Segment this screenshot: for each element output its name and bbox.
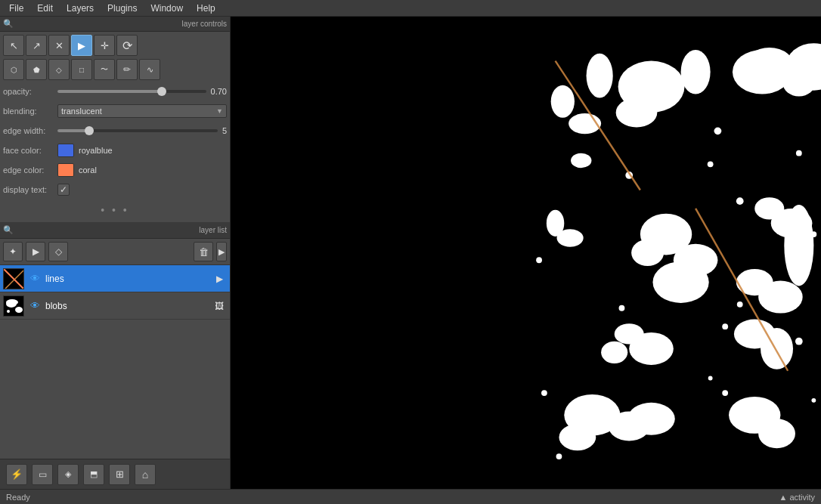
image-layer-btn[interactable]: ◇ xyxy=(48,242,68,261)
freehand-btn[interactable]: 〜 xyxy=(94,59,115,80)
node-select-btn[interactable]: ⬡ xyxy=(3,59,24,80)
layer-visibility-lines[interactable]: 👁 xyxy=(27,271,42,286)
opacity-row: opacity: 0.70 xyxy=(3,83,227,100)
layer-type-icon-lines: ▶ xyxy=(212,271,227,286)
rect-btn[interactable]: □ xyxy=(71,59,92,80)
edge-width-slider-thumb[interactable] xyxy=(85,126,94,135)
home-btn[interactable]: ⌂ xyxy=(135,464,156,485)
menu-layers[interactable]: Layers xyxy=(60,2,100,15)
pointer-tool-btn[interactable]: ▶ xyxy=(71,35,92,56)
menu-edit[interactable]: Edit xyxy=(31,2,59,15)
layer-list-search-icon: 🔍 xyxy=(3,225,14,235)
layer-controls-panel: ↖ ↗ ✕ ▶ ✛ ⟳ ⬡ ⬟ ◇ □ 〜 ✏ ∿ opacity: xyxy=(0,32,230,222)
edge-color-swatch[interactable] xyxy=(57,163,74,177)
svg-point-3 xyxy=(6,300,17,308)
menu-plugins[interactable]: Plugins xyxy=(101,2,143,15)
svg-point-17 xyxy=(599,57,607,65)
svg-point-56 xyxy=(708,376,713,381)
face-color-row: face color: royalblue xyxy=(3,142,227,159)
svg-point-8 xyxy=(587,54,613,98)
display-text-checkbox[interactable]: ✓ xyxy=(57,184,70,196)
layer-name-lines: lines xyxy=(45,274,209,284)
svg-point-49 xyxy=(722,390,728,396)
polygon-btn[interactable]: ◇ xyxy=(48,59,70,80)
canvas-area[interactable] xyxy=(231,17,821,489)
svg-point-34 xyxy=(737,301,743,308)
cube-btn[interactable]: ◈ xyxy=(57,464,79,485)
svg-point-45 xyxy=(627,403,675,435)
ellipse-btn[interactable]: ⬟ xyxy=(26,59,47,80)
dots-separator: • • • xyxy=(3,201,227,219)
pencil-btn[interactable]: ✏ xyxy=(116,59,138,80)
svg-point-40 xyxy=(722,323,728,329)
blending-value: translucent xyxy=(61,107,102,116)
opacity-slider-container: 0.70 xyxy=(57,87,227,96)
activity-text: ▲ activity xyxy=(779,493,815,502)
menu-help[interactable]: Help xyxy=(191,2,222,15)
menu-file[interactable]: File xyxy=(3,2,29,15)
menubar: File Edit Layers Plugins Window Help xyxy=(0,0,821,17)
svg-point-22 xyxy=(536,257,542,263)
delete-layer-btn[interactable]: 🗑 xyxy=(194,242,213,261)
grid-btn[interactable]: ⊞ xyxy=(109,464,130,485)
layer-item-blobs[interactable]: 👁 blobs 🖼 xyxy=(0,292,230,320)
blending-dropdown[interactable]: translucent ▼ xyxy=(57,104,227,118)
layer-list-panel: 🔍 layer list ✦ ▶ ◇ 🗑 ▶ xyxy=(0,222,230,459)
edge-color-row: edge color: coral xyxy=(3,162,227,178)
svg-point-10 xyxy=(616,97,658,127)
opacity-label: opacity: xyxy=(3,87,57,96)
edge-width-value: 5 xyxy=(222,126,227,135)
face-color-swatch[interactable] xyxy=(57,144,74,157)
vector-layer-btn[interactable]: ▶ xyxy=(26,242,45,261)
add-node-tool-btn[interactable]: ↗ xyxy=(26,35,47,56)
layer-list-label: layer list xyxy=(124,226,227,234)
tool-row-2: ⬡ ⬟ ◇ □ 〜 ✏ ∿ xyxy=(3,59,227,80)
face-color-label: face color: xyxy=(3,146,57,155)
svg-point-5 xyxy=(7,310,10,313)
status-bar: Ready ▲ activity xyxy=(0,489,821,504)
menu-window[interactable]: Window xyxy=(144,2,189,15)
bezier-btn[interactable]: ∿ xyxy=(139,59,160,80)
window-btn[interactable]: ▭ xyxy=(32,464,53,485)
layer-item-lines[interactable]: 👁 lines ▶ xyxy=(0,265,230,292)
opacity-slider-fill xyxy=(57,90,162,93)
svg-point-48 xyxy=(758,419,795,448)
remove-node-tool-btn[interactable]: ✕ xyxy=(48,35,70,56)
select-tool-btn[interactable]: ↖ xyxy=(3,35,24,56)
svg-point-55 xyxy=(619,305,625,311)
blending-label: blending: xyxy=(3,107,57,116)
svg-point-37 xyxy=(601,342,627,363)
controls-search-row: 🔍 layer controls xyxy=(0,17,230,32)
layer-list-search-input[interactable] xyxy=(17,226,121,235)
face-color-value: royalblue xyxy=(79,146,113,155)
layer-controls-label: layer controls xyxy=(124,20,227,28)
svg-point-9 xyxy=(681,50,711,94)
terminal-btn[interactable]: ⚡ xyxy=(6,464,27,485)
dropdown-arrow-icon: ▼ xyxy=(216,107,223,115)
svg-point-18 xyxy=(763,51,769,57)
svg-point-53 xyxy=(796,150,802,156)
export-btn[interactable]: ⬒ xyxy=(83,464,104,485)
edge-width-slider-track[interactable] xyxy=(57,129,218,132)
display-text-row: display text: ✓ xyxy=(3,181,227,198)
svg-point-33 xyxy=(758,281,803,314)
svg-rect-6 xyxy=(238,17,814,489)
svg-point-13 xyxy=(733,50,792,94)
edge-width-label: edge width: xyxy=(3,126,57,135)
move-tool-btn[interactable]: ✛ xyxy=(94,35,115,56)
svg-point-21 xyxy=(557,229,584,246)
canvas-viewport[interactable] xyxy=(231,17,821,489)
svg-point-54 xyxy=(541,390,547,396)
edge-width-slider-container: 5 xyxy=(57,126,227,135)
edge-width-row: edge width: 5 xyxy=(3,122,227,139)
rotate-tool-btn[interactable]: ⟳ xyxy=(116,35,138,56)
search-icon: 🔍 xyxy=(3,19,14,29)
svg-point-52 xyxy=(708,161,714,167)
opacity-slider-track[interactable] xyxy=(57,90,206,93)
new-layer-btn[interactable]: ✦ xyxy=(3,242,23,261)
controls-search-input[interactable] xyxy=(17,20,121,29)
layer-visibility-blobs[interactable]: 👁 xyxy=(27,298,42,314)
layer-thumb-lines xyxy=(3,268,24,289)
opacity-slider-thumb[interactable] xyxy=(157,87,166,96)
layer-menu-btn[interactable]: ▶ xyxy=(216,242,227,261)
